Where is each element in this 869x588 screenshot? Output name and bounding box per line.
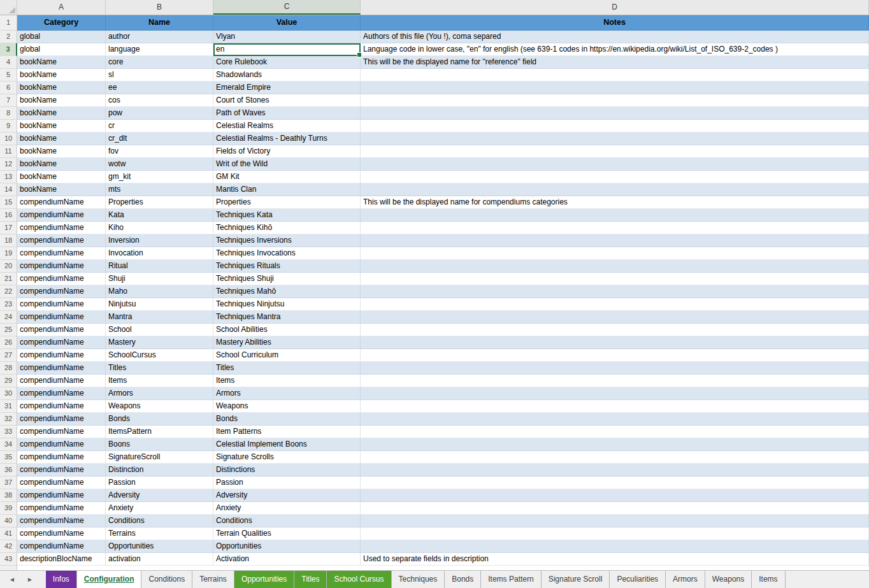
row-header-15[interactable]: 15	[0, 196, 17, 209]
cell-A18[interactable]: compendiumName	[17, 234, 106, 247]
cell-A26[interactable]: compendiumName	[17, 336, 106, 349]
cell-B25[interactable]: School	[106, 324, 213, 336]
cell-C32[interactable]: Bonds	[213, 413, 361, 426]
cell-D19[interactable]	[361, 247, 869, 260]
next-sheet-arrow-icon[interactable]: ►	[27, 576, 33, 583]
row-header-4[interactable]: 4	[0, 56, 17, 69]
sheet-tab-techniques[interactable]: Techniques	[392, 571, 445, 588]
cell-A14[interactable]: bookName	[17, 183, 106, 196]
sheet-tab-school-cursus[interactable]: School Cursus	[327, 571, 391, 588]
cell-B20[interactable]: Ritual	[106, 260, 213, 273]
row-header-23[interactable]: 23	[0, 298, 17, 311]
cell-A1[interactable]: Category	[17, 15, 106, 31]
row-header-1[interactable]: 1	[0, 15, 17, 31]
cell-C23[interactable]: Techniques Ninjutsu	[213, 298, 361, 311]
row-header-7[interactable]: 7	[0, 94, 17, 107]
cell-D34[interactable]	[361, 438, 869, 451]
cell-A16[interactable]: compendiumName	[17, 209, 106, 222]
sheet-tab-peculiarities[interactable]: Peculiarities	[610, 571, 666, 588]
row-header-25[interactable]: 25	[0, 324, 17, 336]
cell-B24[interactable]: Mantra	[106, 311, 213, 324]
row-header-18[interactable]: 18	[0, 234, 17, 247]
sheet-tab-items[interactable]: Items	[752, 571, 785, 588]
cell-D7[interactable]	[361, 94, 869, 107]
cell-A31[interactable]: compendiumName	[17, 400, 106, 413]
cell-A7[interactable]: bookName	[17, 94, 106, 107]
cell-A37[interactable]: compendiumName	[17, 477, 106, 489]
cell-C30[interactable]: Armors	[213, 387, 361, 400]
sheet-tab-conditions[interactable]: Conditions	[141, 571, 192, 588]
cell-A33[interactable]: compendiumName	[17, 426, 106, 438]
cell-C42[interactable]: Opportunities	[213, 540, 361, 553]
cell-A9[interactable]: bookName	[17, 120, 106, 133]
cell-C5[interactable]: Shadowlands	[213, 69, 361, 82]
cell-B7[interactable]: cos	[106, 94, 213, 107]
cell-A19[interactable]: compendiumName	[17, 247, 106, 260]
cell-B22[interactable]: Maho	[106, 285, 213, 298]
cell-D5[interactable]	[361, 69, 869, 82]
cell-D17[interactable]	[361, 222, 869, 234]
column-header-c[interactable]: C	[213, 0, 361, 15]
cell-D21[interactable]	[361, 273, 869, 285]
cell-B28[interactable]: Titles	[106, 362, 213, 375]
cell-D30[interactable]	[361, 387, 869, 400]
cell-C37[interactable]: Passion	[213, 477, 361, 489]
cell-B38[interactable]: Adversity	[106, 489, 213, 502]
cell-D35[interactable]	[361, 451, 869, 464]
cell-B32[interactable]: Bonds	[106, 413, 213, 426]
cell-A32[interactable]: compendiumName	[17, 413, 106, 426]
cell-B40[interactable]: Conditions	[106, 515, 213, 527]
cell-B41[interactable]: Terrains	[106, 527, 213, 540]
cell-A42[interactable]: compendiumName	[17, 540, 106, 553]
cell-A21[interactable]: compendiumName	[17, 273, 106, 285]
cell-C25[interactable]: School Abilities	[213, 324, 361, 336]
cell-B15[interactable]: Properties	[106, 196, 213, 209]
cell-C40[interactable]: Conditions	[213, 515, 361, 527]
cell-C21[interactable]: Techniques Shuji	[213, 273, 361, 285]
row-header-26[interactable]: 26	[0, 336, 17, 349]
cell-C9[interactable]: Celestial Realms	[213, 120, 361, 133]
cell-B6[interactable]: ee	[106, 82, 213, 94]
row-header-17[interactable]: 17	[0, 222, 17, 234]
cell-C14[interactable]: Mantis Clan	[213, 183, 361, 196]
row-header-28[interactable]: 28	[0, 362, 17, 375]
cell-D12[interactable]	[361, 158, 869, 171]
column-header-b[interactable]: B	[106, 0, 213, 15]
cell-D16[interactable]	[361, 209, 869, 222]
cell-D8[interactable]	[361, 107, 869, 120]
cell-D18[interactable]	[361, 234, 869, 247]
row-header-5[interactable]: 5	[0, 69, 17, 82]
cell-A29[interactable]: compendiumName	[17, 375, 106, 387]
row-header-27[interactable]: 27	[0, 349, 17, 362]
row-header-22[interactable]: 22	[0, 285, 17, 298]
cell-D14[interactable]	[361, 183, 869, 196]
cell-B17[interactable]: Kiho	[106, 222, 213, 234]
sheet-tab-armors[interactable]: Armors	[666, 571, 705, 588]
cell-D24[interactable]	[361, 311, 869, 324]
cell-D4[interactable]: This will be the displayed name for "ref…	[361, 56, 869, 69]
cell-A12[interactable]: bookName	[17, 158, 106, 171]
cell-D25[interactable]	[361, 324, 869, 336]
cell-C19[interactable]: Techniques Invocations	[213, 247, 361, 260]
cell-A20[interactable]: compendiumName	[17, 260, 106, 273]
cell-D36[interactable]	[361, 464, 869, 477]
cell-D9[interactable]	[361, 120, 869, 133]
cell-D42[interactable]	[361, 540, 869, 553]
row-header-10[interactable]: 10	[0, 133, 17, 145]
cell-B29[interactable]: Items	[106, 375, 213, 387]
cell-D40[interactable]	[361, 515, 869, 527]
cell-A15[interactable]: compendiumName	[17, 196, 106, 209]
cell-C16[interactable]: Techniques Kata	[213, 209, 361, 222]
cell-C4[interactable]: Core Rulebook	[213, 56, 361, 69]
cell-D2[interactable]: Authors of this file (You !), coma separ…	[361, 31, 869, 43]
cell-C34[interactable]: Celestial Implement Boons	[213, 438, 361, 451]
cell-B16[interactable]: Kata	[106, 209, 213, 222]
cell-B10[interactable]: cr_dlt	[106, 133, 213, 145]
row-header-35[interactable]: 35	[0, 451, 17, 464]
select-all-corner[interactable]	[0, 0, 17, 15]
cell-A38[interactable]: compendiumName	[17, 489, 106, 502]
row-header-12[interactable]: 12	[0, 158, 17, 171]
cell-A22[interactable]: compendiumName	[17, 285, 106, 298]
cell-C17[interactable]: Techniques Kihō	[213, 222, 361, 234]
cell-D6[interactable]	[361, 82, 869, 94]
